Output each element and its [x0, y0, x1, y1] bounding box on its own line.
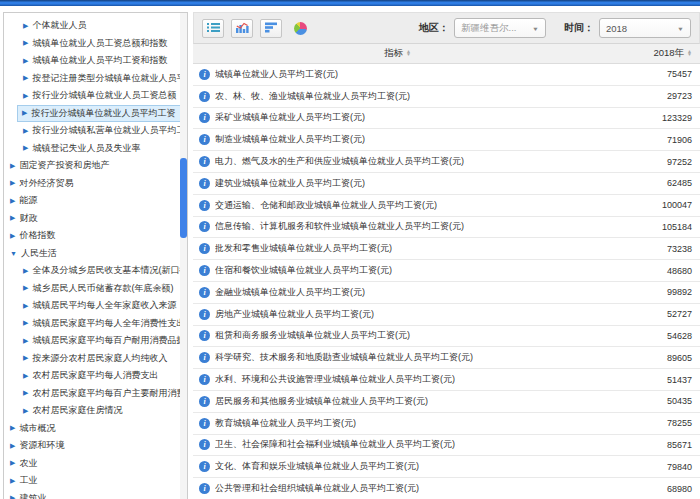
sidebar-item[interactable]: 农村居民家庭平均每百户主要耐用消费品拥有量 — [4, 385, 187, 403]
table-row[interactable]: 水利、环境和公共设施管理业城镇单位就业人员平均工资(元)51437 — [193, 369, 700, 391]
collapsed-arrow-icon — [23, 319, 28, 327]
info-icon[interactable] — [199, 265, 210, 276]
year-column-header[interactable]: 2018年▲▼ — [602, 47, 700, 60]
sidebar-item[interactable]: 城镇登记失业人员及失业率 — [4, 140, 187, 158]
bar-chart-icon — [236, 19, 249, 37]
sidebar-item-expanded[interactable]: 人民生活 — [4, 245, 187, 263]
info-icon[interactable] — [199, 396, 210, 407]
sidebar-item[interactable]: 城乡居民人民币储蓄存款(年底余额) — [4, 280, 187, 298]
table-row[interactable]: 科学研究、技术服务和地质勘查业城镇单位就业人员平均工资(元)89605 — [193, 347, 700, 369]
table-row[interactable]: 住宿和餐饮业城镇单位就业人员平均工资(元)48680 — [193, 260, 700, 282]
table-row[interactable]: 农、林、牧、渔业城镇单位就业人员平均工资(元)29723 — [193, 86, 700, 108]
indicator-value: 78255 — [612, 418, 700, 428]
sidebar-item[interactable]: 城市概况 — [4, 420, 187, 438]
sidebar-item[interactable]: 全体及分城乡居民收支基本情况(新口径) — [4, 262, 187, 280]
info-icon[interactable] — [199, 112, 210, 123]
info-icon[interactable] — [199, 374, 210, 385]
sidebar-item[interactable]: 资源和环境 — [4, 437, 187, 455]
sidebar-item[interactable]: 城镇居民家庭平均每百户耐用消费品拥有量 — [4, 332, 187, 350]
sidebar-item[interactable]: 按登记注册类型分城镇单位就业人员平均工资 — [4, 70, 187, 88]
info-icon[interactable] — [199, 69, 210, 80]
table-row[interactable]: 房地产业城镇单位就业人员平均工资(元)52727 — [193, 304, 700, 326]
table-row[interactable]: 制造业城镇单位就业人员平均工资(元)71906 — [193, 129, 700, 151]
region-dropdown[interactable]: 新疆维吾尔... ▼ — [454, 18, 546, 38]
table-row[interactable]: 信息传输、计算机服务和软件业城镇单位就业人员平均工资(元)105184 — [193, 217, 700, 239]
info-icon[interactable] — [199, 156, 210, 167]
indicator-column-header[interactable]: 指标▲▼ — [193, 47, 602, 60]
sidebar-item[interactable]: 城镇单位就业人员平均工资和指数 — [4, 52, 187, 70]
sidebar-item[interactable]: 建筑业 — [4, 490, 187, 499]
sidebar-item-selected[interactable]: 按行业分城镇单位就业人员平均工资 — [17, 105, 182, 123]
pie-chart-view-button[interactable] — [289, 19, 311, 38]
sidebar-item-label: 财政 — [19, 212, 37, 225]
info-icon[interactable] — [199, 461, 210, 472]
sort-icon: ▲▼ — [406, 50, 411, 57]
table-row[interactable]: 城镇单位就业人员平均工资(元)75457 — [193, 64, 700, 86]
sidebar-item-label: 能源 — [19, 194, 37, 207]
table-row[interactable]: 金融业城镇单位就业人员平均工资(元)99892 — [193, 282, 700, 304]
table-row[interactable]: 居民服务和其他服务业城镇单位就业人员平均工资(元)50435 — [193, 391, 700, 413]
table-row[interactable]: 批发和零售业城镇单位就业人员平均工资(元)73238 — [193, 238, 700, 260]
sidebar-item[interactable]: 固定资产投资和房地产 — [4, 157, 187, 175]
indicator-value: 75457 — [612, 69, 700, 79]
bar-chart-view-button[interactable] — [231, 19, 253, 38]
info-icon[interactable] — [199, 178, 210, 189]
collapsed-arrow-icon — [23, 354, 28, 362]
sidebar-item[interactable]: 城镇单位就业人员工资总额和指数 — [4, 35, 187, 53]
sidebar-item[interactable]: 按来源分农村居民家庭人均纯收入 — [4, 350, 187, 368]
view-toolbar: 地区： 新疆维吾尔... ▼ 时间： 2018 ▼ — [193, 12, 700, 44]
table-row[interactable]: 教育城镇单位就业人员平均工资(元)78255 — [193, 413, 700, 435]
table-row[interactable]: 采矿业城镇单位就业人员平均工资(元)123329 — [193, 108, 700, 130]
sidebar-item[interactable]: 农业 — [4, 455, 187, 473]
horizontal-bar-chart-view-button[interactable] — [260, 19, 282, 38]
table-row[interactable]: 文化、体育和娱乐业城镇单位就业人员平均工资(元)79840 — [193, 456, 700, 478]
sidebar-item[interactable]: 对外经济贸易 — [4, 175, 187, 193]
time-dropdown[interactable]: 2018 ▼ — [599, 18, 691, 38]
info-icon[interactable] — [199, 418, 210, 429]
info-icon[interactable] — [199, 243, 210, 254]
indicator-name: 制造业城镇单位就业人员平均工资(元) — [215, 133, 612, 146]
sidebar-item[interactable]: 能源 — [4, 192, 187, 210]
sidebar-item-label: 固定资产投资和房地产 — [19, 159, 109, 172]
info-icon[interactable] — [199, 352, 210, 363]
info-icon[interactable] — [199, 287, 210, 298]
sidebar-item-label: 城镇登记失业人员及失业率 — [32, 142, 140, 155]
sidebar-item[interactable]: 农村居民家庭住房情况 — [4, 402, 187, 420]
info-icon[interactable] — [199, 330, 210, 341]
info-icon[interactable] — [199, 200, 210, 211]
sidebar-item[interactable]: 按行业分城镇私营单位就业人员平均工资 — [4, 122, 187, 140]
sidebar-scrollbar-thumb[interactable] — [180, 158, 187, 238]
sidebar-item-label: 按来源分农村居民家庭人均纯收入 — [32, 352, 167, 365]
sidebar-item[interactable]: 按行业分城镇单位就业人员工资总额 — [4, 87, 187, 105]
table-row[interactable]: 卫生、社会保障和社会福利业城镇单位就业人员平均工资(元)85671 — [193, 435, 700, 457]
sidebar-item[interactable]: 工业 — [4, 472, 187, 490]
info-icon[interactable] — [199, 309, 210, 320]
sidebar-item[interactable]: 个体就业人员 — [4, 17, 187, 35]
indicator-name: 房地产业城镇单位就业人员平均工资(元) — [215, 308, 612, 321]
info-icon[interactable] — [199, 134, 210, 145]
table-row[interactable]: 租赁和商务服务业城镇单位就业人员平均工资(元)54628 — [193, 326, 700, 348]
indicator-value: 73238 — [612, 244, 700, 254]
info-icon[interactable] — [199, 483, 210, 494]
sidebar-item[interactable]: 农村居民家庭平均每人消费支出 — [4, 367, 187, 385]
sidebar-item-label: 对外经济贸易 — [19, 177, 73, 190]
sidebar-item[interactable]: 价格指数 — [4, 227, 187, 245]
sidebar-item[interactable]: 城镇居民家庭平均每人全年消费性支出 — [4, 315, 187, 333]
info-icon[interactable] — [199, 221, 210, 232]
indicator-value: 85671 — [612, 440, 700, 450]
list-view-button[interactable] — [202, 19, 224, 38]
indicator-value: 100047 — [612, 200, 700, 210]
table-row[interactable]: 电力、燃气及水的生产和供应业城镇单位就业人员平均工资(元)97252 — [193, 151, 700, 173]
sidebar-scrollbar[interactable] — [180, 13, 187, 499]
collapsed-arrow-icon — [23, 406, 28, 414]
info-icon[interactable] — [199, 91, 210, 102]
info-icon[interactable] — [199, 439, 210, 450]
table-row[interactable]: 交通运输、仓储和邮政业城镇单位就业人员平均工资(元)100047 — [193, 195, 700, 217]
sidebar-item[interactable]: 财政 — [4, 210, 187, 228]
collapsed-arrow-icon — [23, 39, 28, 47]
table-row[interactable]: 公共管理和社会组织城镇单位就业人员平均工资(元)68980 — [193, 478, 700, 499]
sidebar-item[interactable]: 城镇居民平均每人全年家庭收入来源 — [4, 297, 187, 315]
table-row[interactable]: 建筑业城镇单位就业人员平均工资(元)62485 — [193, 173, 700, 195]
collapsed-arrow-icon — [10, 161, 15, 169]
indicator-name: 批发和零售业城镇单位就业人员平均工资(元) — [215, 242, 612, 255]
